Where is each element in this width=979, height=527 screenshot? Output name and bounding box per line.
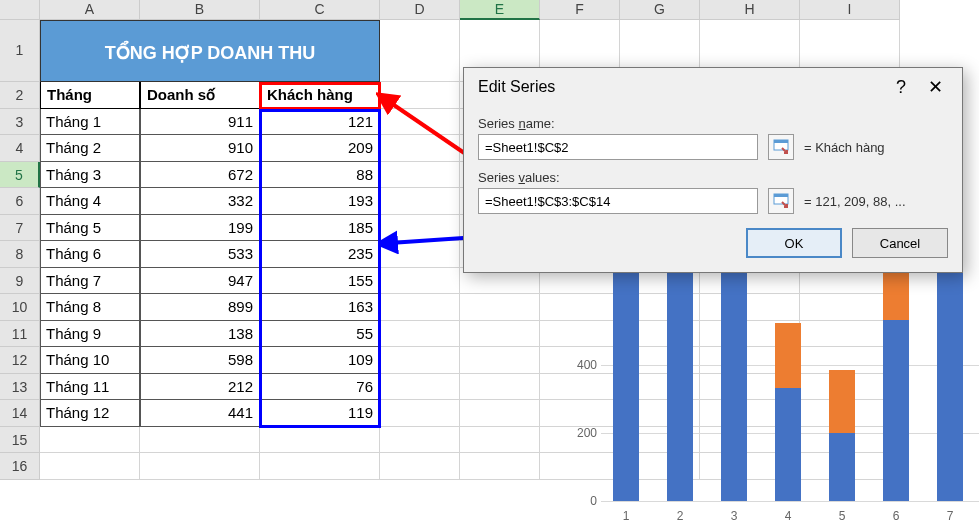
cell-D12[interactable]: [380, 347, 460, 374]
cell-khachhang-13[interactable]: 76: [260, 374, 380, 401]
cell-khachhang-11[interactable]: 55: [260, 321, 380, 348]
cell-D11[interactable]: [380, 321, 460, 348]
cell-thang-12[interactable]: Tháng 10: [40, 347, 140, 374]
dialog-titlebar[interactable]: Edit Series ? ✕: [464, 68, 962, 104]
cell-E12[interactable]: [460, 347, 540, 374]
cancel-button[interactable]: Cancel: [852, 228, 948, 258]
column-header-F[interactable]: F: [540, 0, 620, 20]
row-header-16[interactable]: 16: [0, 453, 40, 480]
cell-khachhang-14[interactable]: 119: [260, 400, 380, 427]
cell-D6[interactable]: [380, 188, 460, 215]
range-picker-name-button[interactable]: [768, 134, 794, 160]
column-header-C[interactable]: C: [260, 0, 380, 20]
cell-D7[interactable]: [380, 215, 460, 242]
cell-E11[interactable]: [460, 321, 540, 348]
row-header-7[interactable]: 7: [0, 215, 40, 242]
cell-D4[interactable]: [380, 135, 460, 162]
cell-B15[interactable]: [140, 427, 260, 454]
close-button[interactable]: ✕: [918, 76, 952, 98]
cell-doanhso-7[interactable]: 199: [140, 215, 260, 242]
cell-khachhang-12[interactable]: 109: [260, 347, 380, 374]
stacked-bar-chart[interactable]: 02004001234567: [559, 297, 979, 527]
cell-khachhang-7[interactable]: 185: [260, 215, 380, 242]
cell-thang-13[interactable]: Tháng 11: [40, 374, 140, 401]
cell-D3[interactable]: [380, 109, 460, 136]
select-all-corner[interactable]: [0, 0, 40, 20]
cell-C15[interactable]: [260, 427, 380, 454]
row-header-14[interactable]: 14: [0, 400, 40, 427]
cell-A16[interactable]: [40, 453, 140, 480]
cell-doanhso-4[interactable]: 910: [140, 135, 260, 162]
cell-doanhso-11[interactable]: 138: [140, 321, 260, 348]
cell-C16[interactable]: [260, 453, 380, 480]
cell-thang-6[interactable]: Tháng 4: [40, 188, 140, 215]
cell-D5[interactable]: [380, 162, 460, 189]
cell-khachhang-6[interactable]: 193: [260, 188, 380, 215]
cell-E16[interactable]: [460, 453, 540, 480]
cell-E15[interactable]: [460, 427, 540, 454]
column-header-D[interactable]: D: [380, 0, 460, 20]
column-header-G[interactable]: G: [620, 0, 700, 20]
cell-D14[interactable]: [380, 400, 460, 427]
cell-thang-5[interactable]: Tháng 3: [40, 162, 140, 189]
header-doanh-so[interactable]: Doanh số: [140, 82, 260, 109]
row-header-2[interactable]: 2: [0, 82, 40, 109]
ok-button[interactable]: OK: [746, 228, 842, 258]
row-header-15[interactable]: 15: [0, 427, 40, 454]
cell-B16[interactable]: [140, 453, 260, 480]
row-header-10[interactable]: 10: [0, 294, 40, 321]
row-header-11[interactable]: 11: [0, 321, 40, 348]
cell-khachhang-9[interactable]: 155: [260, 268, 380, 295]
cell-doanhso-12[interactable]: 598: [140, 347, 260, 374]
cell-doanhso-5[interactable]: 672: [140, 162, 260, 189]
cell-D1[interactable]: [380, 20, 460, 82]
row-header-8[interactable]: 8: [0, 241, 40, 268]
column-header-B[interactable]: B: [140, 0, 260, 20]
cell-doanhso-13[interactable]: 212: [140, 374, 260, 401]
cell-thang-10[interactable]: Tháng 8: [40, 294, 140, 321]
cell-D9[interactable]: [380, 268, 460, 295]
series-values-input[interactable]: [478, 188, 758, 214]
cell-khachhang-5[interactable]: 88: [260, 162, 380, 189]
row-header-4[interactable]: 4: [0, 135, 40, 162]
column-header-A[interactable]: A: [40, 0, 140, 20]
cell-doanhso-14[interactable]: 441: [140, 400, 260, 427]
cell-D10[interactable]: [380, 294, 460, 321]
row-header-12[interactable]: 12: [0, 347, 40, 374]
cell-A15[interactable]: [40, 427, 140, 454]
cell-khachhang-3[interactable]: 121: [260, 109, 380, 136]
row-header-3[interactable]: 3: [0, 109, 40, 136]
cell-khachhang-8[interactable]: 235: [260, 241, 380, 268]
cell-D15[interactable]: [380, 427, 460, 454]
cell-thang-9[interactable]: Tháng 7: [40, 268, 140, 295]
cell-doanhso-10[interactable]: 899: [140, 294, 260, 321]
cell-thang-8[interactable]: Tháng 6: [40, 241, 140, 268]
cell-khachhang-4[interactable]: 209: [260, 135, 380, 162]
cell-thang-3[interactable]: Tháng 1: [40, 109, 140, 136]
cell-E14[interactable]: [460, 400, 540, 427]
cell-doanhso-8[interactable]: 533: [140, 241, 260, 268]
cell-D13[interactable]: [380, 374, 460, 401]
cell-khachhang-10[interactable]: 163: [260, 294, 380, 321]
row-header-6[interactable]: 6: [0, 188, 40, 215]
cell-D8[interactable]: [380, 241, 460, 268]
cell-thang-4[interactable]: Tháng 2: [40, 135, 140, 162]
header-khach-hang[interactable]: Khách hàng: [260, 82, 380, 109]
series-name-input[interactable]: [478, 134, 758, 160]
column-header-I[interactable]: I: [800, 0, 900, 20]
cell-E10[interactable]: [460, 294, 540, 321]
row-header-1[interactable]: 1: [0, 20, 40, 82]
column-header-E[interactable]: E: [460, 0, 540, 20]
cell-D16[interactable]: [380, 453, 460, 480]
cell-doanhso-9[interactable]: 947: [140, 268, 260, 295]
cell-thang-7[interactable]: Tháng 5: [40, 215, 140, 242]
column-header-H[interactable]: H: [700, 0, 800, 20]
help-button[interactable]: ?: [884, 77, 918, 98]
header-thang[interactable]: Tháng: [40, 82, 140, 109]
row-header-5[interactable]: 5: [0, 162, 40, 189]
cell-E13[interactable]: [460, 374, 540, 401]
row-header-9[interactable]: 9: [0, 268, 40, 295]
cell-D2[interactable]: [380, 82, 460, 109]
row-header-13[interactable]: 13: [0, 374, 40, 401]
title-cell[interactable]: TỔNG HỢP DOANH THU: [40, 20, 380, 82]
